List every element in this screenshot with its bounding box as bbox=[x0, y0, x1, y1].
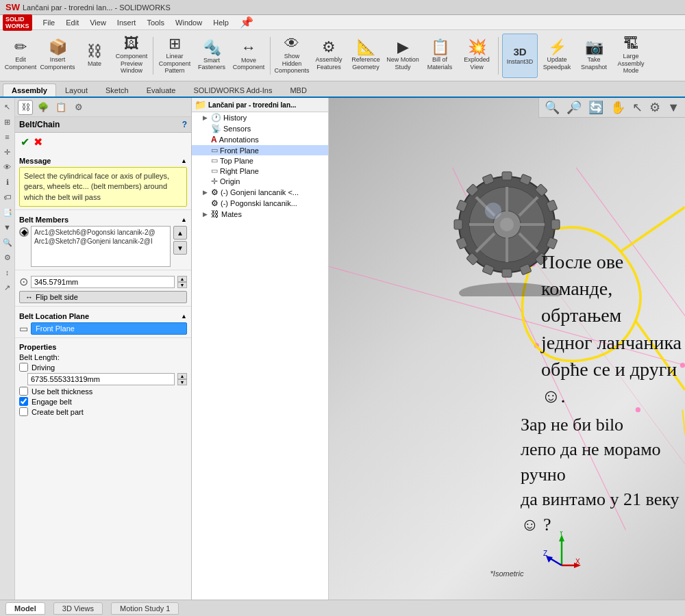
viewport[interactable]: 🔍 🔎 🔄 ✋ ↖ ⚙ ▼ bbox=[329, 98, 685, 600]
belt-length-spin-down[interactable]: ▼ bbox=[177, 379, 187, 385]
iconbar-layers[interactable]: 📑 bbox=[1, 206, 14, 218]
status-tab-motion-study[interactable]: Motion Study 1 bbox=[111, 602, 179, 615]
menu-insert[interactable]: Insert bbox=[112, 17, 142, 28]
ribbon-tabs: Assembly Layout Sketch Evaluate SOLIDWOR… bbox=[0, 81, 685, 98]
config-tab-icon[interactable]: ⚙ bbox=[71, 100, 86, 115]
create-belt-part-checkbox[interactable] bbox=[19, 407, 28, 416]
new-motion-study-button[interactable]: ▶ New MotionStudy bbox=[385, 34, 421, 78]
toolbar-sep-1 bbox=[153, 37, 153, 75]
tab-mbd[interactable]: MBD bbox=[281, 84, 315, 97]
iconbar-filter[interactable]: ▼ bbox=[1, 221, 14, 233]
take-snapshot-button[interactable]: 📷 TakeSnapshot bbox=[576, 34, 612, 78]
status-tab-model[interactable]: Model bbox=[5, 602, 45, 615]
tree-item-history[interactable]: ▶ 🕐 History bbox=[192, 112, 328, 123]
menu-view[interactable]: View bbox=[84, 17, 112, 28]
feature-tree-tab-icon[interactable]: 🌳 bbox=[36, 100, 51, 115]
engage-belt-checkbox[interactable] bbox=[19, 397, 28, 406]
component-preview-button[interactable]: 🖼 ComponentPreviewWindow bbox=[114, 34, 149, 78]
tree-root-label[interactable]: Lančani par - troredni lan... bbox=[208, 101, 296, 109]
mate-button[interactable]: ⛓ Mate bbox=[77, 34, 112, 78]
tab-sketch[interactable]: Sketch bbox=[97, 84, 138, 97]
vt-pan-button[interactable]: ✋ bbox=[608, 99, 628, 116]
vt-more-button[interactable]: ▼ bbox=[664, 100, 682, 116]
instant3d-button[interactable]: 3D Instant3D bbox=[502, 34, 538, 78]
insert-components-button[interactable]: 📦 InsertComponents bbox=[40, 34, 75, 78]
tab-evaluate[interactable]: Evaluate bbox=[138, 84, 185, 97]
properties-tab-icon[interactable]: 📋 bbox=[53, 100, 68, 115]
menu-edit[interactable]: Edit bbox=[60, 17, 84, 28]
vt-settings-button[interactable]: ⚙ bbox=[647, 99, 663, 116]
use-belt-thickness-checkbox[interactable] bbox=[19, 387, 28, 396]
iconbar-settings[interactable]: ⚙ bbox=[1, 251, 14, 264]
iconbar-grid[interactable]: ⊞ bbox=[1, 116, 14, 128]
tree-item-annotations[interactable]: A Annotations bbox=[192, 134, 328, 145]
assembly-features-button[interactable]: ⚙ AssemblyFeatures bbox=[311, 34, 347, 78]
menu-window[interactable]: Window bbox=[170, 17, 208, 28]
tree-item-gonjeni[interactable]: ▶ ⚙ (-) Gonjeni lancanik <... bbox=[192, 187, 328, 198]
exploded-view-button[interactable]: 💥 ExplodedView bbox=[459, 34, 495, 78]
iconbar-move[interactable]: ↕ bbox=[1, 266, 14, 279]
vt-rotate-button[interactable]: 🔄 bbox=[586, 99, 606, 116]
iconbar-arrow[interactable]: ↖ bbox=[1, 101, 14, 113]
belt-length-input[interactable] bbox=[27, 373, 175, 385]
vt-zoom-in-button[interactable]: 🔎 bbox=[564, 99, 584, 116]
message-collapse[interactable]: ▲ bbox=[181, 157, 187, 164]
iconbar-tag[interactable]: 🏷 bbox=[1, 191, 14, 203]
belt-length-spin-up[interactable]: ▲ bbox=[177, 373, 187, 379]
spin-up-button[interactable]: ▲ bbox=[177, 276, 187, 282]
cancel-button[interactable]: ✖ bbox=[34, 136, 42, 149]
menu-file[interactable]: File bbox=[38, 17, 61, 28]
iconbar-cross[interactable]: ✛ bbox=[1, 146, 14, 158]
driving-checkbox[interactable] bbox=[19, 363, 28, 372]
menu-help[interactable]: Help bbox=[208, 17, 234, 28]
move-down-button[interactable]: ▼ bbox=[173, 241, 187, 255]
iconbar-eye[interactable]: 👁 bbox=[1, 161, 14, 173]
move-up-button[interactable]: ▲ bbox=[173, 226, 187, 240]
speedpak-icon: ⚡ bbox=[548, 40, 566, 55]
edit-component-button[interactable]: ✏ EditComponent bbox=[3, 34, 38, 78]
tree-item-right-plane[interactable]: ▭ Right Plane bbox=[192, 166, 328, 176]
ok-button[interactable]: ✔ bbox=[21, 136, 29, 149]
show-hidden-button[interactable]: 👁 ShowHiddenComponents bbox=[274, 34, 310, 78]
move-component-button[interactable]: ↔ MoveComponent bbox=[231, 34, 266, 78]
tree-item-top-plane[interactable]: ▭ Top Plane bbox=[192, 155, 328, 166]
pin-icon[interactable]: 📌 bbox=[240, 16, 253, 29]
menu-tools[interactable]: Tools bbox=[141, 17, 170, 28]
belt-members-collapse[interactable]: ▲ bbox=[181, 216, 187, 223]
vt-zoom-button[interactable]: 🔍 bbox=[542, 99, 562, 116]
belt-member-2[interactable]: Arc1@Sketch7@Gonjeni lancanik-2@I bbox=[33, 237, 169, 246]
belt-members-list[interactable]: Arc1@Sketch6@Pogonski lancanik-2@ Arc1@S… bbox=[31, 226, 171, 267]
iconbar-search[interactable]: 🔍 bbox=[1, 236, 14, 248]
tab-layout[interactable]: Layout bbox=[56, 84, 97, 97]
update-speedpak-button[interactable]: ⚡ UpdateSpeedpak bbox=[539, 34, 575, 78]
tree-item-sensors[interactable]: 📡 Sensors bbox=[192, 123, 328, 134]
iconbar-list[interactable]: ≡ bbox=[1, 131, 14, 143]
reference-geometry-button[interactable]: 📐 ReferenceGeometry bbox=[348, 34, 384, 78]
bill-of-materials-button[interactable]: 📋 Bill ofMaterials bbox=[422, 34, 458, 78]
dimension-input[interactable] bbox=[31, 276, 175, 288]
tree-item-origin[interactable]: ✛ Origin bbox=[192, 176, 328, 187]
flip-belt-button[interactable]: ↔ Flip belt side bbox=[19, 291, 187, 303]
spin-down-button[interactable]: ▼ bbox=[177, 282, 187, 288]
tree-item-pogonski[interactable]: ⚙ (-) Pogonski lancanik... bbox=[192, 198, 328, 209]
tab-assembly[interactable]: Assembly bbox=[3, 84, 56, 97]
bom-icon: 📋 bbox=[431, 40, 449, 55]
iconbar-info[interactable]: ℹ bbox=[1, 176, 14, 188]
help-button[interactable]: ? bbox=[182, 120, 187, 129]
belt-location-label: Belt Location Plane bbox=[19, 312, 89, 320]
smart-fasteners-button[interactable]: 🔩 SmartFasteners bbox=[194, 34, 229, 78]
large-assembly-button[interactable]: 🏗 LargeAssemblyMode bbox=[613, 34, 649, 78]
beltchain-tab-icon[interactable]: ⛓ bbox=[18, 100, 33, 115]
tab-solidworks-addins[interactable]: SOLIDWORKS Add-Ins bbox=[184, 84, 281, 97]
tree-item-front-plane[interactable]: ▭ Front Plane bbox=[192, 145, 328, 155]
linear-pattern-button[interactable]: ⊞ Linear ComponentPattern bbox=[157, 34, 192, 78]
svg-rect-28 bbox=[454, 220, 462, 229]
status-tab-3dviews[interactable]: 3D Views bbox=[53, 602, 103, 615]
tree-item-mates[interactable]: ▶ ⛓ Mates bbox=[192, 209, 328, 220]
iconbar-cursor[interactable]: ↗ bbox=[1, 281, 14, 294]
belt-member-1[interactable]: Arc1@Sketch6@Pogonski lancanik-2@ bbox=[33, 228, 169, 237]
location-collapse[interactable]: ▲ bbox=[181, 313, 187, 320]
front-plane-field[interactable]: Front Plane bbox=[31, 322, 187, 335]
vt-select-button[interactable]: ↖ bbox=[630, 99, 645, 116]
belt-members-section: Belt Members ▲ ◆ Arc1@Sketch6@Pogonski l… bbox=[15, 210, 191, 270]
